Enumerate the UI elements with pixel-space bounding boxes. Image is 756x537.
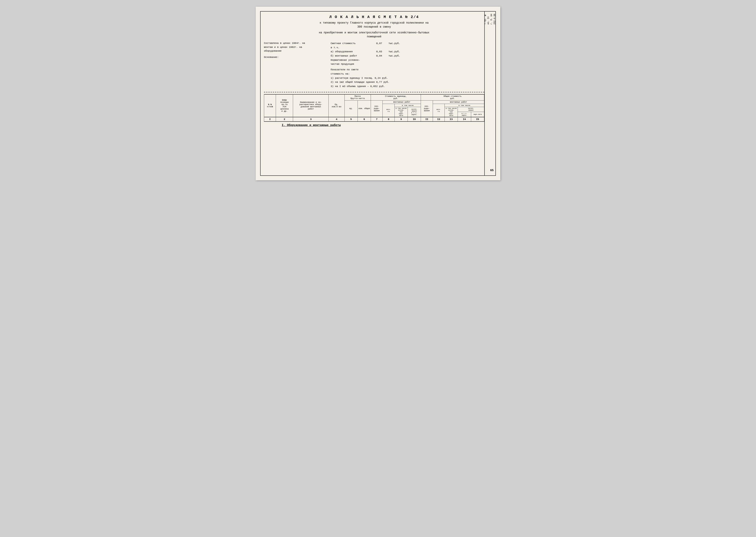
info-section: Составлена в ценах 1984г. на монтаж и в …	[264, 41, 484, 89]
table-section: № № п/пс№ Шифр позиции пр-та УСН ценника…	[264, 94, 484, 127]
sidebar-text: Т.пр. № Ал. IX г. П. 84 252-4-30	[483, 12, 497, 27]
divider-dashed	[264, 92, 484, 92]
section-title: I. Оборудование и монтажные работы	[282, 124, 484, 127]
main-title: Л О К А Л Ь Н А Я С М Е Т А № 2/4	[264, 15, 484, 19]
info-left: Составлена в ценах 1984г. на монтаж и в …	[264, 41, 326, 89]
outer-border: Т.пр. № Ал. IX г. П. 84 252-4-30 65 Л О …	[260, 11, 496, 176]
page-container: Т.пр. № Ал. IX г. П. 84 252-4-30 65 Л О …	[256, 7, 500, 180]
subtitle1: к типовому проекту Главного корпуса детс…	[264, 21, 484, 29]
right-sidebar: Т.пр. № Ал. IX г. П. 84 252-4-30 65	[484, 12, 495, 175]
subtitle2: на приобретение и монтаж электрослаботоч…	[264, 31, 484, 39]
sidebar-number: 65	[490, 169, 494, 172]
title-section: Л О К А Л Ь Н А Я С М Е Т А № 2/4 к типо…	[264, 15, 484, 39]
info-right: Сметная стоимость 0,07 тыс.руб. в т.ч. а…	[331, 41, 484, 89]
